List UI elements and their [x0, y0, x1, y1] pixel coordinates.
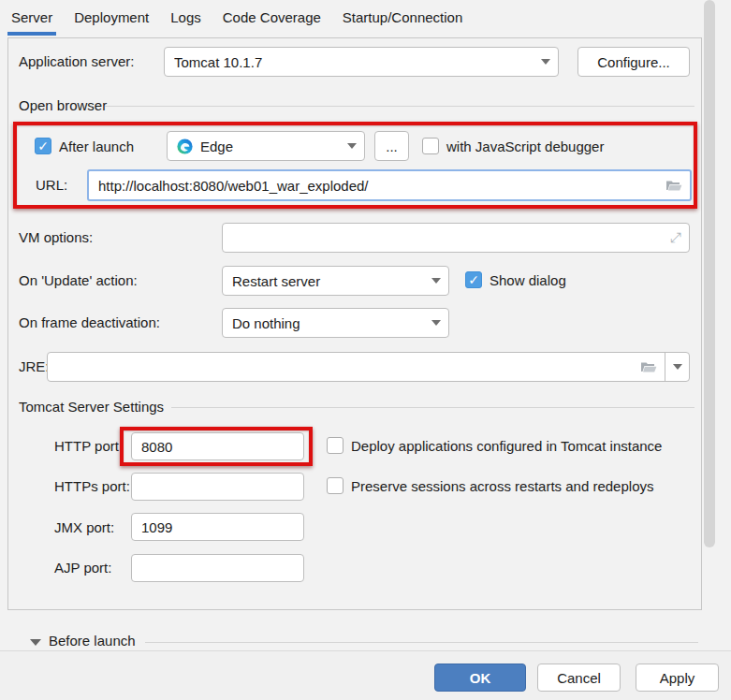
vm-options-label: VM options:	[19, 229, 93, 245]
tab-logs[interactable]: Logs	[168, 7, 203, 35]
tab-server[interactable]: Server	[9, 7, 54, 35]
collapse-triangle-icon[interactable]	[30, 639, 41, 646]
jre-select[interactable]	[47, 352, 690, 382]
preserve-sessions-checkbox[interactable]	[327, 477, 344, 494]
application-server-value: Tomcat 10.1.7	[174, 54, 541, 70]
on-frame-deactivation-value: Do nothing	[232, 315, 431, 331]
show-dialog-label: Show dialog	[490, 272, 566, 288]
chevron-down-icon	[541, 59, 550, 65]
on-frame-deactivation-label: On frame deactivation:	[19, 314, 160, 330]
browser-more-button[interactable]: ...	[374, 131, 409, 161]
after-launch-label: After launch	[59, 139, 134, 154]
on-update-action-value: Restart server	[232, 273, 431, 289]
ajp-port-label: AJP port:	[54, 560, 111, 576]
chevron-down-icon	[673, 364, 682, 370]
on-update-action-label: On 'Update' action:	[19, 272, 138, 288]
run-configuration-dialog: Server Deployment Logs Code Coverage Sta…	[0, 0, 731, 700]
before-launch-section[interactable]: Before launch	[0, 633, 731, 650]
deploy-applications-checkbox[interactable]	[327, 437, 344, 454]
group-divider	[105, 106, 694, 107]
open-browser-group-title: Open browser	[19, 97, 107, 113]
jmx-port-label: JMX port:	[54, 519, 114, 535]
https-port-label: HTTPs port:	[54, 478, 130, 494]
deploy-applications-label: Deploy applications configured in Tomcat…	[351, 438, 662, 454]
url-label: URL:	[36, 177, 67, 193]
https-port-input[interactable]	[131, 473, 304, 501]
chevron-down-icon	[347, 143, 357, 149]
http-port-label: HTTP port:	[54, 438, 123, 454]
tab-deployment[interactable]: Deployment	[72, 7, 151, 35]
tomcat-settings-group-title: Tomcat Server Settings	[19, 399, 164, 415]
folder-open-icon[interactable]	[640, 360, 657, 373]
folder-open-icon[interactable]	[665, 179, 682, 192]
js-debugger-checkbox[interactable]	[422, 138, 439, 154]
tab-code-coverage[interactable]: Code Coverage	[221, 7, 323, 35]
browser-select[interactable]: Edge	[167, 131, 365, 161]
config-tabs: Server Deployment Logs Code Coverage Sta…	[9, 7, 464, 35]
check-icon: ✓	[37, 139, 49, 153]
jre-label: JRE:	[19, 358, 50, 374]
http-port-input[interactable]	[131, 432, 304, 460]
expand-icon[interactable]: ⤢	[670, 229, 681, 246]
show-dialog-checkbox[interactable]: ✓	[465, 271, 482, 288]
url-input[interactable]: http://localhost:8080/web01_war_exploded…	[87, 169, 692, 201]
url-value: http://localhost:8080/web01_war_exploded…	[98, 178, 665, 194]
jmx-port-input[interactable]	[131, 513, 304, 541]
check-icon: ✓	[468, 273, 479, 286]
tab-startup-connection[interactable]: Startup/Connection	[341, 7, 464, 35]
preserve-sessions-label: Preserve sessions across restarts and re…	[351, 478, 653, 494]
before-launch-title: Before launch	[49, 633, 136, 649]
edge-icon	[177, 139, 193, 154]
chevron-down-icon	[431, 320, 441, 326]
group-divider	[171, 407, 694, 408]
application-server-select[interactable]: Tomcat 10.1.7	[164, 47, 559, 77]
js-debugger-label: with JavaScript debugger	[446, 139, 604, 154]
after-launch-checkbox[interactable]: ✓	[35, 138, 51, 154]
jre-dropdown-button[interactable]	[665, 353, 689, 381]
ok-button[interactable]: OK	[434, 664, 526, 692]
dialog-footer: OK Cancel Apply	[0, 650, 731, 700]
configure-button[interactable]: Configure...	[577, 47, 690, 77]
apply-button[interactable]: Apply	[636, 664, 719, 692]
vm-options-input[interactable]: ⤢	[222, 223, 690, 253]
application-server-label: Application server:	[19, 53, 134, 69]
scrollbar-thumb[interactable]	[704, 0, 715, 547]
on-frame-deactivation-select[interactable]: Do nothing	[222, 308, 449, 338]
ajp-port-input[interactable]	[131, 554, 304, 582]
on-update-action-select[interactable]: Restart server	[222, 266, 449, 296]
chevron-down-icon	[431, 278, 441, 284]
group-divider	[145, 642, 698, 643]
browser-value: Edge	[200, 139, 347, 154]
cancel-button[interactable]: Cancel	[537, 664, 621, 692]
